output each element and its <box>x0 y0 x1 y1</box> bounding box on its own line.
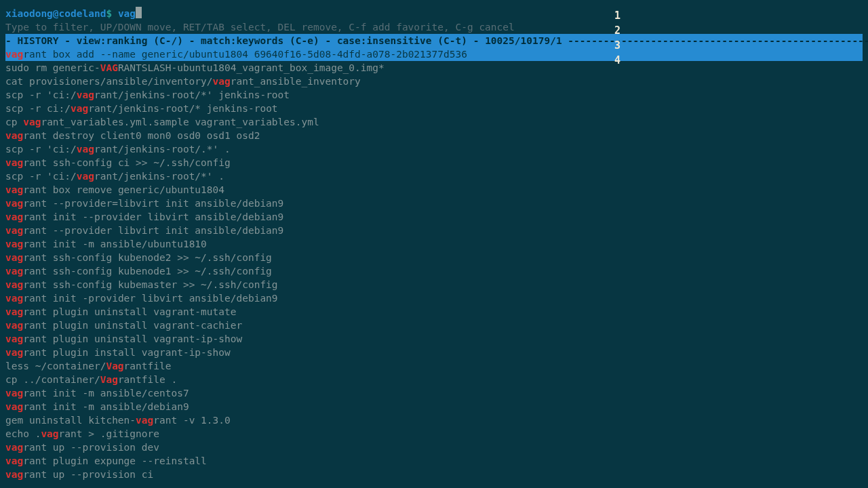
history-match: Vag <box>106 361 123 371</box>
history-item[interactable]: vagrant plugin install vagrant-ip-show <box>5 346 863 359</box>
history-item[interactable]: vagrant --provider=libvirt init ansible/… <box>5 197 863 210</box>
history-item[interactable]: cp vagrant_variables.yml.sample vagrant_… <box>5 115 863 129</box>
history-match: vag <box>5 455 23 466</box>
history-match: vag <box>5 279 23 290</box>
history-match: vag <box>5 252 23 263</box>
history-post: rant plugin install vagrant-ip-show <box>23 347 231 358</box>
history-pre: gem uninstall kitchen- <box>5 415 136 426</box>
history-item[interactable]: sudo rm generic-VAGRANTSLASH-ubuntu1804_… <box>5 61 863 75</box>
history-match: vag <box>5 198 23 209</box>
history-post: rant init -m ansible/ubuntu1810 <box>23 239 207 249</box>
history-match: vag <box>77 144 94 155</box>
history-post: rant ssh-config kubemaster >> ~/.ssh/con… <box>23 279 277 290</box>
history-item[interactable]: vagrant plugin uninstall vagrant-mutate <box>5 305 863 319</box>
history-match: vag <box>5 388 23 399</box>
history-pre: scp -r ci:/ <box>5 103 71 114</box>
history-match: vag <box>71 103 88 114</box>
history-item[interactable]: scp -r 'ci:/vagrant/jenkins-root/*' . <box>5 169 863 183</box>
history-match: vag <box>5 306 23 317</box>
history-item[interactable]: vagrant up --provision ci <box>5 468 863 481</box>
history-item[interactable]: vagrant ssh-config kubenode1 >> ~/.ssh/c… <box>5 264 863 278</box>
history-item[interactable]: cp ../container/Vagrantfile . <box>5 373 863 386</box>
history-pre: less ~/container/ <box>5 361 106 371</box>
history-match: vag <box>5 442 23 453</box>
history-match: vag <box>5 347 23 358</box>
history-item[interactable]: vagrant plugin uninstall vagrant-ip-show <box>5 332 863 346</box>
history-post: rant/jenkins-root/*' . <box>94 171 224 182</box>
prompt-user-host: xiaodong@codeland <box>5 8 106 19</box>
side-number: 1 <box>614 8 620 23</box>
history-pre: cp <box>5 117 23 127</box>
history-list: vagrant box add --name generic/ubuntu180… <box>5 47 863 481</box>
history-item[interactable]: vagrant plugin uninstall vagrant-cachier <box>5 319 863 332</box>
history-post: rant -v 1.3.0 <box>153 415 231 426</box>
history-pre: cat provisioners/ansible/inventory/ <box>5 76 213 87</box>
history-post: rant up --provision ci <box>23 469 153 480</box>
history-match: vag <box>5 211 23 222</box>
history-post: rantfile <box>124 361 172 371</box>
history-item[interactable]: vagrant box remove generic/ubuntu1804 <box>5 183 863 197</box>
history-post: rant/jenkins-root/.*' . <box>94 144 231 155</box>
history-post: rant init --provider libvirt ansible/deb… <box>23 211 283 222</box>
history-post: rant/jenkins-root/* jenkins-root <box>88 103 277 114</box>
history-item[interactable]: scp -r 'ci:/vagrant/jenkins-root/.*' . <box>5 142 863 156</box>
history-post: rantfile . <box>118 374 177 385</box>
history-item[interactable]: vagrant ssh-config ci >> ~/.ssh/config <box>5 156 863 169</box>
history-item[interactable]: vagrant up --provision dev <box>5 441 863 454</box>
history-match: VAG <box>100 62 118 73</box>
history-pre: scp -r 'ci:/ <box>5 89 77 100</box>
history-post: rant init -provider libvirt ansible/debi… <box>23 293 277 304</box>
history-pre: cp ../container/ <box>5 374 100 385</box>
history-item[interactable]: vagrant box add --name generic/ubuntu180… <box>5 47 863 61</box>
prompt-line[interactable]: xiaodong@codeland$ vag <box>5 7 863 20</box>
side-numbers: 1 2 3 4 <box>614 8 620 68</box>
history-item[interactable]: vagrant init -provider libvirt ansible/d… <box>5 291 863 305</box>
history-match: vag <box>5 293 23 304</box>
history-item[interactable]: vagrant init -m ansible/ubuntu1810 <box>5 237 863 251</box>
cursor-icon <box>136 7 142 18</box>
history-match: vag <box>41 428 58 439</box>
history-match: vag <box>5 469 23 480</box>
history-match: vag <box>213 76 231 87</box>
history-post: rant init -m ansible/centos7 <box>23 388 189 399</box>
history-match: vag <box>5 401 23 412</box>
prompt-symbol: $ <box>106 8 112 19</box>
side-number: 4 <box>614 53 620 68</box>
history-pre: sudo rm generic- <box>5 62 100 73</box>
history-item[interactable]: gem uninstall kitchen-vagrant -v 1.3.0 <box>5 413 863 427</box>
history-post: rant plugin uninstall vagrant-mutate <box>23 306 236 317</box>
history-item[interactable]: vagrant --provider libvirt init ansible/… <box>5 224 863 237</box>
history-item[interactable]: scp -r 'ci:/vagrant/jenkins-root/*' jenk… <box>5 88 863 102</box>
history-item[interactable]: echo .vagrant > .gitignore <box>5 427 863 441</box>
history-post: rant box add --name generic/ubuntu1804 6… <box>23 49 467 60</box>
history-item[interactable]: vagrant ssh-config kubemaster >> ~/.ssh/… <box>5 278 863 291</box>
history-match: vag <box>136 415 153 426</box>
history-item[interactable]: vagrant destroy client0 mon0 osd0 osd1 o… <box>5 129 863 142</box>
history-pre: echo . <box>5 428 41 439</box>
history-item[interactable]: cat provisioners/ansible/inventory/vagra… <box>5 75 863 88</box>
history-post: rant plugin uninstall vagrant-ip-show <box>23 333 242 344</box>
history-match: vag <box>5 333 23 344</box>
history-match: vag <box>5 49 23 60</box>
history-post: rant/jenkins-root/*' jenkins-root <box>94 89 290 100</box>
history-item[interactable]: vagrant init -m ansible/debian9 <box>5 400 863 413</box>
history-item[interactable]: vagrant init -m ansible/centos7 <box>5 386 863 400</box>
history-post: rant --provider=libvirt init ansible/deb… <box>23 198 283 209</box>
history-pre: scp -r 'ci:/ <box>5 171 77 182</box>
history-post: rant plugin uninstall vagrant-cachier <box>23 320 242 331</box>
history-item[interactable]: scp -r ci:/vagrant/jenkins-root/* jenkin… <box>5 102 863 115</box>
side-number: 2 <box>614 23 620 38</box>
history-item[interactable]: vagrant init --provider libvirt ansible/… <box>5 210 863 224</box>
history-post: rant --provider libvirt init ansible/deb… <box>23 225 283 236</box>
history-post: rant destroy client0 mon0 osd0 osd1 osd2 <box>23 130 260 141</box>
history-post: rant init -m ansible/debian9 <box>23 401 189 412</box>
history-match: vag <box>5 157 23 168</box>
history-item[interactable]: vagrant plugin expunge --reinstall <box>5 454 863 468</box>
history-match: vag <box>5 184 23 195</box>
history-item[interactable]: less ~/container/Vagrantfile <box>5 359 863 373</box>
history-post: rant box remove generic/ubuntu1804 <box>23 184 224 195</box>
history-item[interactable]: vagrant ssh-config kubenode2 >> ~/.ssh/c… <box>5 251 863 264</box>
history-match: vag <box>77 171 94 182</box>
history-match: vag <box>23 117 41 127</box>
history-match: vag <box>5 266 23 277</box>
